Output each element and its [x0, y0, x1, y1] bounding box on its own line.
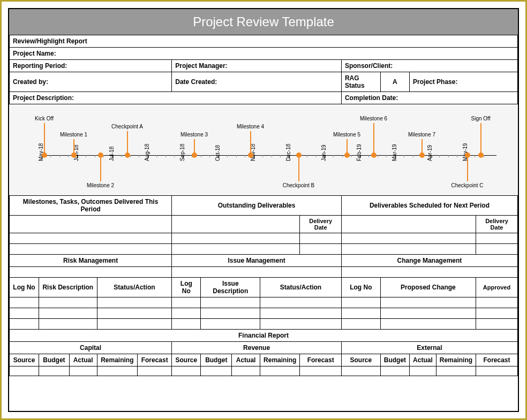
content-area: Review/Highlight Report Project Name: Re… — [9, 35, 518, 376]
fin-source-header: Source — [172, 354, 201, 366]
mgmt-cell — [10, 308, 39, 319]
fin-cell — [341, 366, 380, 376]
report-title: Review/Highlight Report — [10, 35, 518, 48]
timeline-tick-label: Apr-19 — [427, 145, 433, 161]
mgmt-cell — [476, 297, 518, 308]
mgmt-cell — [97, 319, 172, 330]
mgmt-cell — [380, 308, 476, 319]
issue-mgmt-header: Issue Management — [172, 255, 342, 267]
milestone-label: Milestone 2 — [87, 182, 114, 188]
fin-budget-header: Budget — [39, 354, 70, 366]
mgmt-cell — [380, 297, 476, 308]
mgmt-cell — [201, 319, 260, 330]
delivery-date-header: Delivery Date — [476, 216, 518, 233]
mgmt-cell — [260, 319, 342, 330]
fin-cell — [172, 366, 201, 376]
fin-forecast-header: Forecast — [300, 354, 342, 366]
deliv-cell — [10, 244, 172, 255]
deliv-cell — [300, 244, 342, 255]
fin-cell — [69, 366, 97, 376]
milestone-marker-icon — [98, 152, 103, 158]
fin-cell — [39, 366, 70, 376]
revenue-header: Revenue — [172, 342, 342, 354]
risk-desc-header: Risk Description — [39, 278, 97, 297]
milestone-marker-icon — [296, 152, 302, 158]
fin-actual-header: Actual — [69, 354, 97, 366]
reporting-period-label: Reporting Period: — [10, 60, 172, 72]
completion-date-label: Completion Date: — [341, 92, 517, 104]
fin-actual-header: Actual — [232, 354, 260, 366]
timeline-tick-label: May-18 — [38, 143, 44, 161]
milestone-label: Checkpoint C — [451, 182, 483, 188]
date-created-label: Date Created: — [172, 72, 342, 92]
mgmt-cell — [172, 308, 201, 319]
fin-cell — [410, 366, 436, 376]
rag-status-value: A — [380, 72, 409, 92]
timeline-tick-label: Mar-19 — [392, 144, 397, 161]
fin-cell — [10, 366, 39, 376]
deliv-col2-header: Outstanding Deliverables — [172, 196, 342, 216]
mgmt-cell — [10, 297, 39, 308]
mgmt-cell — [39, 297, 97, 308]
project-phase-label: Project Phase: — [410, 72, 518, 92]
mgmt-cell — [97, 308, 172, 319]
outer-frame: Project Review Template Review/Highlight… — [0, 0, 527, 420]
sponsor-client-label: Sponsor/Client: — [341, 60, 517, 72]
mgmt-cell — [39, 319, 97, 330]
milestone-label: Kick Off — [35, 116, 54, 121]
fin-source-header: Source — [10, 354, 39, 366]
mgmt-cell — [260, 308, 342, 319]
deliv-cell — [341, 216, 476, 233]
deliv-col1-header: Milestones, Tasks, Outcomes Delivered Th… — [10, 196, 172, 216]
deliv-cell — [476, 233, 518, 244]
mgmt-cell — [380, 319, 476, 330]
mgmt-cell — [97, 297, 172, 308]
fin-cell — [138, 366, 172, 376]
external-header: External — [341, 342, 517, 354]
status-action-header: Status/Action — [97, 278, 172, 297]
mgmt-cell — [260, 297, 342, 308]
mgmt-cell — [341, 308, 380, 319]
mgmt-cell — [172, 319, 201, 330]
fin-remaining-header: Remaining — [260, 354, 300, 366]
timeline-tick-label: Oct-18 — [215, 145, 221, 161]
mgmt-cell — [10, 319, 39, 330]
milestone-label: Milestone 5 — [333, 132, 360, 138]
deliv-cell — [172, 244, 300, 255]
deliv-cell — [476, 244, 518, 255]
created-by-label: Created by: — [10, 72, 172, 92]
fin-cell — [260, 366, 300, 376]
log-no-header: Log No — [10, 278, 39, 297]
fin-actual-header: Actual — [410, 354, 436, 366]
risk-mgmt-header: Risk Management — [10, 255, 172, 267]
financial-report-header: Financial Report — [10, 330, 518, 342]
capital-header: Capital — [10, 342, 172, 354]
spacer — [341, 267, 517, 278]
fin-cell — [232, 366, 260, 376]
timeline-tick-label: Dec-18 — [285, 144, 291, 161]
fin-remaining-header: Remaining — [97, 354, 138, 366]
mgmt-cell — [341, 319, 380, 330]
timeline-tick-label: Feb-19 — [356, 144, 362, 161]
milestone-label: Checkpoint B — [283, 182, 314, 188]
mgmt-cell — [39, 308, 97, 319]
page-frame: Project Review Template Review/Highlight… — [2, 2, 525, 418]
spacer — [10, 267, 172, 278]
mgmt-cell — [476, 319, 518, 330]
milestone-label: Milestone 7 — [408, 132, 435, 138]
project-manager-label: Project Manager: — [172, 60, 342, 72]
timeline-tick-label: Jul-18 — [109, 147, 115, 161]
fin-budget-header: Budget — [380, 354, 409, 366]
milestone-label: Milestone 1 — [60, 132, 87, 138]
timeline-chart: May-18Jun-18Jul-18Aug-18Sep-18Oct-18Nov-… — [10, 104, 518, 196]
deliv-cell — [172, 233, 300, 244]
deliv-cell — [341, 233, 476, 244]
log-no-header: Log No — [172, 278, 201, 297]
milestone-label: Milestone 3 — [180, 132, 208, 138]
timeline-tick-label: Aug-18 — [144, 144, 150, 161]
deliv-cell — [172, 216, 300, 233]
timeline-tick-label: Jan-19 — [321, 144, 327, 161]
milestone-marker-icon — [465, 152, 470, 158]
fin-budget-header: Budget — [201, 354, 232, 366]
deliv-cell — [341, 244, 476, 255]
